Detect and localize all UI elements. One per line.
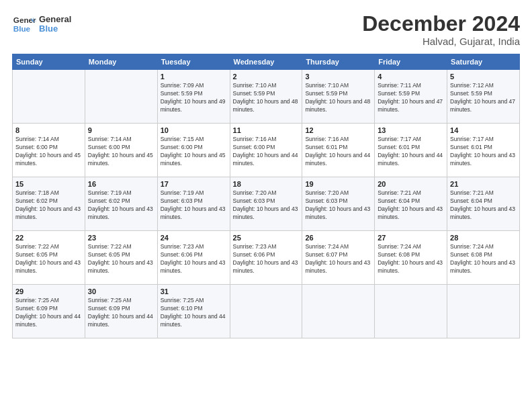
- calendar-cell: 25Sunrise: 7:23 AMSunset: 6:06 PMDayligh…: [230, 231, 302, 285]
- day-info: Sunrise: 7:25 AMSunset: 6:10 PMDaylight:…: [161, 297, 227, 329]
- calendar-cell: 2Sunrise: 7:10 AMSunset: 5:59 PMDaylight…: [230, 70, 302, 124]
- svg-text:Blue: Blue: [13, 24, 31, 33]
- calendar-cell: [302, 285, 375, 338]
- day-number: 9: [88, 126, 154, 134]
- calendar-cell: 14Sunrise: 7:17 AMSunset: 6:01 PMDayligh…: [447, 124, 520, 177]
- logo-general: General: [39, 15, 71, 24]
- calendar-cell: 13Sunrise: 7:17 AMSunset: 6:01 PMDayligh…: [375, 124, 447, 177]
- day-number: 20: [378, 180, 444, 188]
- day-info: Sunrise: 7:14 AMSunset: 6:00 PMDaylight:…: [15, 136, 82, 168]
- calendar-cell: [230, 285, 302, 338]
- day-info: Sunrise: 7:21 AMSunset: 6:04 PMDaylight:…: [378, 189, 444, 222]
- calendar-cell: 4Sunrise: 7:11 AMSunset: 5:59 PMDaylight…: [375, 70, 447, 124]
- calendar-cell: [13, 70, 85, 124]
- day-info: Sunrise: 7:18 AMSunset: 6:02 PMDaylight:…: [15, 189, 82, 222]
- title-block: December 2024 Halvad, Gujarat, India: [362, 12, 520, 47]
- day-info: Sunrise: 7:24 AMSunset: 6:08 PMDaylight:…: [378, 243, 444, 275]
- day-number: 8: [15, 126, 82, 134]
- day-number: 4: [378, 73, 444, 81]
- calendar-week-2: 8Sunrise: 7:14 AMSunset: 6:00 PMDaylight…: [13, 124, 520, 177]
- day-info: Sunrise: 7:17 AMSunset: 6:01 PMDaylight:…: [450, 136, 517, 168]
- calendar-cell: 26Sunrise: 7:24 AMSunset: 6:07 PMDayligh…: [302, 231, 375, 285]
- day-number: 3: [305, 73, 371, 81]
- logo-icon: General Blue: [12, 12, 36, 36]
- calendar-cell: 9Sunrise: 7:14 AMSunset: 6:00 PMDaylight…: [85, 124, 157, 177]
- day-number: 15: [15, 180, 82, 188]
- col-sunday: Sunday: [13, 54, 85, 70]
- day-number: 11: [233, 126, 300, 134]
- day-info: Sunrise: 7:11 AMSunset: 5:59 PMDaylight:…: [378, 82, 444, 114]
- day-info: Sunrise: 7:25 AMSunset: 6:09 PMDaylight:…: [15, 297, 82, 329]
- day-info: Sunrise: 7:22 AMSunset: 6:05 PMDaylight:…: [15, 243, 82, 275]
- calendar-cell: 15Sunrise: 7:18 AMSunset: 6:02 PMDayligh…: [13, 177, 85, 231]
- day-info: Sunrise: 7:23 AMSunset: 6:06 PMDaylight:…: [233, 243, 300, 275]
- day-info: Sunrise: 7:14 AMSunset: 6:00 PMDaylight:…: [88, 136, 154, 168]
- calendar-cell: 11Sunrise: 7:16 AMSunset: 6:00 PMDayligh…: [230, 124, 302, 177]
- day-info: Sunrise: 7:10 AMSunset: 5:59 PMDaylight:…: [233, 82, 300, 114]
- day-info: Sunrise: 7:19 AMSunset: 6:03 PMDaylight:…: [161, 189, 227, 222]
- day-number: 21: [450, 180, 517, 188]
- calendar-cell: 24Sunrise: 7:23 AMSunset: 6:06 PMDayligh…: [157, 231, 230, 285]
- day-number: 2: [233, 73, 300, 81]
- location: Halvad, Gujarat, India: [362, 36, 520, 47]
- day-info: Sunrise: 7:17 AMSunset: 6:01 PMDaylight:…: [378, 136, 444, 168]
- col-tuesday: Tuesday: [157, 54, 230, 70]
- day-number: 25: [233, 234, 300, 242]
- day-number: 26: [305, 234, 371, 242]
- calendar-cell: 22Sunrise: 7:22 AMSunset: 6:05 PMDayligh…: [13, 231, 85, 285]
- day-info: Sunrise: 7:20 AMSunset: 6:03 PMDaylight:…: [233, 189, 300, 222]
- svg-text:General: General: [13, 15, 36, 24]
- day-number: 1: [161, 73, 227, 81]
- calendar-body: 1Sunrise: 7:09 AMSunset: 5:59 PMDaylight…: [13, 70, 520, 338]
- day-info: Sunrise: 7:20 AMSunset: 6:03 PMDaylight:…: [305, 189, 371, 222]
- day-info: Sunrise: 7:12 AMSunset: 5:59 PMDaylight:…: [450, 82, 517, 114]
- day-number: 14: [450, 126, 517, 134]
- day-info: Sunrise: 7:25 AMSunset: 6:09 PMDaylight:…: [88, 297, 154, 329]
- logo: General Blue General Blue: [12, 12, 71, 36]
- calendar-cell: [447, 285, 520, 338]
- day-number: 28: [450, 234, 517, 242]
- calendar-cell: 19Sunrise: 7:20 AMSunset: 6:03 PMDayligh…: [302, 177, 375, 231]
- day-number: 22: [15, 234, 82, 242]
- logo-blue: Blue: [39, 24, 71, 34]
- day-number: 29: [15, 287, 82, 295]
- calendar-cell: 1Sunrise: 7:09 AMSunset: 5:59 PMDaylight…: [157, 70, 230, 124]
- day-number: 13: [378, 126, 444, 134]
- day-number: 12: [305, 126, 371, 134]
- day-number: 5: [450, 73, 517, 81]
- day-info: Sunrise: 7:16 AMSunset: 6:00 PMDaylight:…: [233, 136, 300, 168]
- calendar-cell: 16Sunrise: 7:19 AMSunset: 6:02 PMDayligh…: [85, 177, 157, 231]
- calendar-week-3: 15Sunrise: 7:18 AMSunset: 6:02 PMDayligh…: [13, 177, 520, 231]
- day-info: Sunrise: 7:24 AMSunset: 6:07 PMDaylight:…: [305, 243, 371, 275]
- day-info: Sunrise: 7:22 AMSunset: 6:05 PMDaylight:…: [88, 243, 154, 275]
- day-info: Sunrise: 7:24 AMSunset: 6:08 PMDaylight:…: [450, 243, 517, 275]
- day-number: 31: [161, 287, 227, 295]
- day-number: 17: [161, 180, 227, 188]
- day-number: 18: [233, 180, 300, 188]
- calendar-cell: 12Sunrise: 7:16 AMSunset: 6:01 PMDayligh…: [302, 124, 375, 177]
- col-thursday: Thursday: [302, 54, 375, 70]
- col-monday: Monday: [85, 54, 157, 70]
- calendar-cell: 21Sunrise: 7:21 AMSunset: 6:04 PMDayligh…: [447, 177, 520, 231]
- col-wednesday: Wednesday: [230, 54, 302, 70]
- day-info: Sunrise: 7:10 AMSunset: 5:59 PMDaylight:…: [305, 82, 371, 114]
- day-number: 16: [88, 180, 154, 188]
- day-number: 27: [378, 234, 444, 242]
- day-info: Sunrise: 7:23 AMSunset: 6:06 PMDaylight:…: [161, 243, 227, 275]
- day-number: 10: [161, 126, 227, 134]
- calendar-cell: 23Sunrise: 7:22 AMSunset: 6:05 PMDayligh…: [85, 231, 157, 285]
- day-number: 24: [161, 234, 227, 242]
- calendar: Sunday Monday Tuesday Wednesday Thursday…: [12, 54, 520, 338]
- calendar-week-5: 29Sunrise: 7:25 AMSunset: 6:09 PMDayligh…: [13, 285, 520, 338]
- day-number: 19: [305, 180, 371, 188]
- day-info: Sunrise: 7:19 AMSunset: 6:02 PMDaylight:…: [88, 189, 154, 222]
- calendar-cell: 17Sunrise: 7:19 AMSunset: 6:03 PMDayligh…: [157, 177, 230, 231]
- col-saturday: Saturday: [447, 54, 520, 70]
- calendar-cell: 31Sunrise: 7:25 AMSunset: 6:10 PMDayligh…: [157, 285, 230, 338]
- day-info: Sunrise: 7:09 AMSunset: 5:59 PMDaylight:…: [161, 82, 227, 114]
- calendar-cell: [375, 285, 447, 338]
- day-info: Sunrise: 7:16 AMSunset: 6:01 PMDaylight:…: [305, 136, 371, 168]
- col-friday: Friday: [375, 54, 447, 70]
- day-number: 30: [88, 287, 154, 295]
- day-info: Sunrise: 7:15 AMSunset: 6:00 PMDaylight:…: [161, 136, 227, 168]
